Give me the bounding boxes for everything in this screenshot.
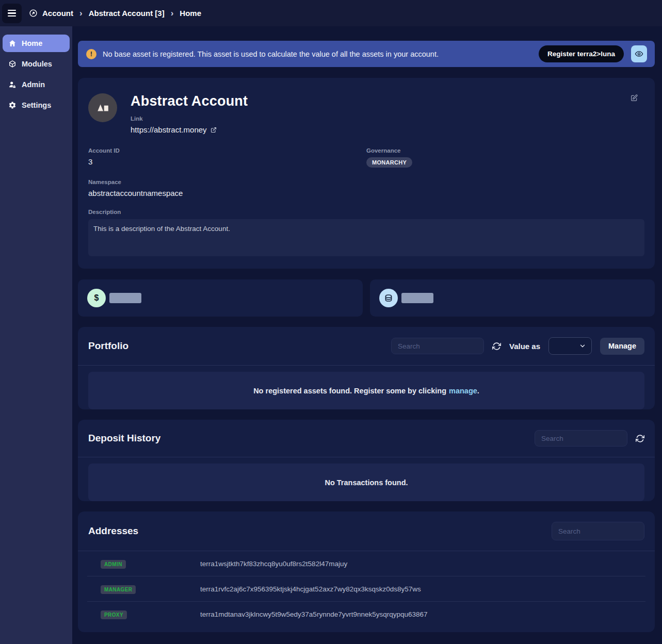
portfolio-search-input[interactable]	[391, 338, 484, 354]
account-link[interactable]: https://abstract.money	[131, 125, 248, 134]
portfolio-title: Portfolio	[88, 340, 383, 352]
breadcrumb-label: Home	[180, 9, 201, 18]
account-id-value: 3	[88, 157, 366, 166]
portfolio-refresh-icon[interactable]	[492, 342, 501, 351]
account-id-label: Account ID	[88, 147, 366, 154]
namespace-label: Namespace	[88, 179, 644, 185]
external-link-icon	[211, 127, 217, 133]
deposit-history-title: Deposit History	[88, 433, 526, 444]
table-row: ADMIN terra1wsjtkth7kf83zhcq8yu0uf8rs2t5…	[87, 551, 645, 576]
deposit-history-search-input[interactable]	[535, 430, 627, 447]
stat-cards-row: $	[78, 279, 655, 317]
cube-icon	[8, 60, 17, 68]
description-value: This is a description of the Abstract Ac…	[88, 219, 644, 256]
register-base-asset-button[interactable]: Register terra2>luna	[539, 45, 624, 62]
chevron-right-icon: ›	[79, 9, 83, 18]
deposit-history-section: Deposit History No Transactions found.	[78, 420, 655, 501]
breadcrumb: Account › Abstract Account [3] › Home	[29, 9, 201, 18]
address-value: terra1wsjtkth7kf83zhcq8yu0uf8rs2t582l47m…	[200, 560, 347, 568]
breadcrumb-label: Account	[42, 9, 73, 18]
dollar-icon: $	[87, 289, 106, 307]
sidebar-item-label: Admin	[22, 80, 45, 89]
total-value-card: $	[78, 279, 363, 317]
addresses-search-input[interactable]	[552, 522, 644, 540]
sidebar-item-home[interactable]: Home	[3, 35, 70, 52]
hamburger-menu-icon[interactable]	[2, 4, 22, 23]
role-badge-manager: MANAGER	[101, 585, 136, 594]
base-asset-alert: ! No base asset is registered. This asse…	[78, 41, 655, 67]
person-lock-icon	[8, 80, 17, 89]
main-content: ! No base asset is registered. This asse…	[72, 26, 662, 644]
deposit-history-refresh-icon[interactable]	[636, 434, 644, 443]
chevron-down-icon	[579, 342, 586, 350]
account-avatar	[88, 93, 117, 122]
sidebar-item-modules[interactable]: Modules	[3, 55, 70, 73]
governance-label: Governance	[366, 147, 644, 154]
address-value: terra1rvfc2aj6c7x956395ktjskj4hcjgat52ax…	[200, 585, 421, 593]
portfolio-empty-state: No registered assets found. Register som…	[88, 372, 644, 409]
breadcrumb-abstract-account[interactable]: Abstract Account [3]	[89, 9, 165, 18]
account-title: Abstract Account	[131, 93, 248, 109]
home-icon	[8, 39, 17, 47]
eye-icon	[635, 49, 643, 58]
addresses-section: Addresses ADMIN terra1wsjtkth7kf83zhcq8y…	[78, 511, 655, 632]
value-as-label: Value as	[509, 342, 540, 351]
chevron-right-icon: ›	[171, 9, 174, 18]
top-bar: Account › Abstract Account [3] › Home	[0, 0, 662, 26]
manage-button[interactable]: Manage	[600, 338, 644, 355]
sidebar-item-label: Settings	[22, 101, 51, 109]
table-row: PROXY terra1mdtanav3jklncwy5t9w5edy37a5r…	[87, 602, 645, 627]
assets-count-card	[370, 279, 655, 317]
breadcrumb-account[interactable]: Account	[29, 9, 73, 18]
manage-link[interactable]: manage	[449, 387, 477, 395]
edit-account-icon[interactable]	[627, 93, 641, 103]
loading-skeleton	[401, 293, 433, 303]
gear-icon	[8, 101, 17, 109]
addresses-table: ADMIN terra1wsjtkth7kf83zhcq8yu0uf8rs2t5…	[78, 551, 655, 632]
account-card: Abstract Account Link https://abstract.m…	[78, 78, 655, 269]
namespace-value: abstractaccountnamespace	[88, 189, 644, 197]
role-badge-proxy: PROXY	[101, 610, 127, 619]
role-badge-admin: ADMIN	[101, 560, 126, 569]
description-label: Description	[88, 209, 644, 215]
alert-message: No base asset is registered. This asset …	[103, 50, 532, 58]
sidebar: Home Modules Admin Settings	[0, 26, 72, 644]
deposit-history-empty-state: No Transactions found.	[88, 464, 644, 501]
sidebar-item-label: Home	[22, 39, 42, 47]
sidebar-item-settings[interactable]: Settings	[3, 96, 70, 114]
sidebar-item-label: Modules	[22, 60, 52, 68]
breadcrumb-home[interactable]: Home	[180, 9, 201, 18]
abstract-logo-icon	[96, 101, 109, 114]
compass-icon	[29, 9, 38, 18]
addresses-title: Addresses	[88, 525, 543, 537]
sidebar-item-admin[interactable]: Admin	[3, 76, 70, 93]
portfolio-section: Portfolio Value as Manage No registered …	[78, 327, 655, 409]
address-value: terra1mdtanav3jklncwy5t9w5edy37a5rynnde7…	[200, 610, 428, 618]
coins-icon	[379, 289, 398, 307]
loading-skeleton	[109, 293, 141, 303]
governance-badge: MONARCHY	[366, 157, 412, 168]
warning-icon: !	[86, 49, 96, 59]
dismiss-alert-button[interactable]	[631, 45, 647, 62]
link-label: Link	[131, 115, 248, 122]
breadcrumb-label: Abstract Account [3]	[89, 9, 165, 18]
value-as-select[interactable]	[548, 337, 592, 355]
table-row: MANAGER terra1rvfc2aj6c7x956395ktjskj4hc…	[87, 576, 645, 602]
